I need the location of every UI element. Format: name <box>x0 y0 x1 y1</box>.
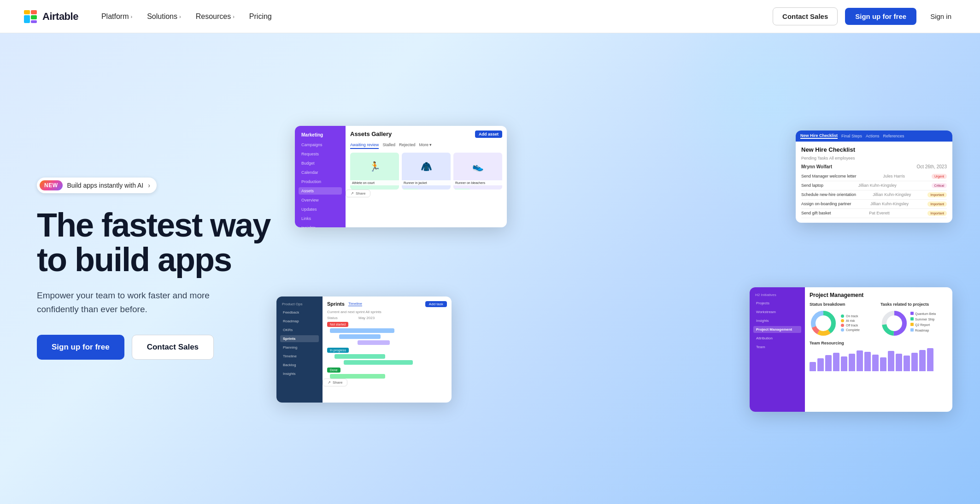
svg-rect-4 <box>31 15 37 19</box>
badge-important-3: Important <box>927 192 947 197</box>
pm-project-mgmt[interactable]: Project Management <box>753 326 801 333</box>
sidebar-updates[interactable]: Updates <box>299 206 342 213</box>
gallery-img-3: 👟 <box>453 153 502 180</box>
sidebar-requests[interactable]: Requests <box>299 150 342 158</box>
gallery-tab-awaiting[interactable]: Awaiting review <box>350 142 379 149</box>
sprints-sprints[interactable]: Sprints <box>280 335 319 342</box>
onboarding-title: New Hire Checklist <box>801 146 947 153</box>
nav-resources[interactable]: Resources › <box>189 9 241 24</box>
legend-at-risk: At risk <box>841 319 860 322</box>
sprints-share-button[interactable]: ↗ Share <box>323 379 347 386</box>
sprints-main: Sprints Timeline Add task Current and ne… <box>323 296 452 403</box>
sidebar-links[interactable]: Links <box>299 215 342 222</box>
signup-hero-button[interactable]: Sign up for free <box>37 335 124 360</box>
sprints-roadmap[interactable]: Roadmap <box>280 318 319 325</box>
bar-14 <box>911 353 918 371</box>
legend-complete: Complete <box>841 328 860 332</box>
nav-solutions[interactable]: Solutions › <box>141 9 188 24</box>
signup-nav-button[interactable]: Sign up for free <box>845 8 916 25</box>
nav-platform[interactable]: Platform › <box>95 9 139 24</box>
pm-team[interactable]: Team <box>753 344 801 350</box>
sprints-not-started: Not started <box>327 322 447 345</box>
tab-new-hire[interactable]: New Hire Checklist <box>800 133 838 139</box>
gallery-share-button[interactable]: ↗ Share <box>346 190 370 197</box>
svg-rect-2 <box>31 10 37 14</box>
onboarding-person: Mrynn Wolfart Oct 26th, 2023 <box>801 164 947 169</box>
logo-text: Airtable <box>42 11 78 23</box>
sidebar-overview[interactable]: Overview <box>299 196 342 204</box>
gallery-add-button[interactable]: Add asset <box>475 130 502 138</box>
svg-rect-5 <box>31 20 37 23</box>
resources-chevron: › <box>233 14 235 19</box>
gallery-main: Assets Gallery Add asset Awaiting review… <box>346 126 507 227</box>
dot-at-risk <box>841 319 844 322</box>
gallery-label-2: Runner in jacket <box>402 180 451 185</box>
tab-actions[interactable]: Actions <box>866 134 880 138</box>
bar-10 <box>880 357 886 371</box>
logo[interactable]: Airtable <box>22 8 78 25</box>
sprints-feedback[interactable]: Feedback <box>280 309 319 316</box>
gallery-tab-rejected[interactable]: Rejected <box>399 142 416 149</box>
bar-8 <box>864 352 871 371</box>
sprints-insights[interactable]: Insights <box>280 370 319 377</box>
new-badge[interactable]: NEW Build apps instantly with AI › <box>37 178 157 193</box>
onboarding-row-2: Send laptop Jillian Kuhn-Kingsley Critic… <box>801 181 947 190</box>
pm-resourcing-title: Team Resourcing <box>810 341 948 345</box>
resourcing-bars <box>810 348 948 371</box>
sidebar-campaigns[interactable]: Campaigns <box>299 141 342 148</box>
svg-rect-18 <box>910 323 914 326</box>
hero-title: The fastest way to build apps <box>37 208 276 278</box>
pm-title: Project Management <box>810 292 948 298</box>
pm-workstream[interactable]: Workstream <box>753 308 801 315</box>
hero-section: NEW Build apps instantly with AI › The f… <box>0 33 980 504</box>
bar-13 <box>904 356 910 371</box>
contact-sales-nav-button[interactable]: Contact Sales <box>773 7 838 25</box>
sprints-add-button[interactable]: Add task <box>425 301 447 307</box>
nav-pricing[interactable]: Pricing <box>243 9 278 24</box>
sidebar-budget[interactable]: Budget <box>299 160 342 167</box>
legend-on-track: On track <box>841 314 860 318</box>
sprint-bar-3 <box>358 340 390 345</box>
sprints-backlog[interactable]: Backlog <box>280 362 319 368</box>
onboarding-row-1: Send Manager welcome letter Jules Harris… <box>801 172 947 181</box>
sprints-tabs: Sprints Timeline <box>327 301 362 307</box>
sprints-in-progress: In progress <box>327 348 447 365</box>
sprints-sidebar-title: Product Ops <box>280 301 319 307</box>
sprints-done: Done <box>327 368 447 379</box>
donut-container: On track At risk Off track <box>810 309 877 337</box>
tab-final-steps[interactable]: Final Steps <box>841 134 862 138</box>
pm-insights[interactable]: Insights <box>753 317 801 324</box>
pm-status-title: Status breakdown <box>810 302 877 307</box>
onboarding-row-4: Assign on-boarding partner Jillian Kuhn-… <box>801 200 947 209</box>
sidebar-production[interactable]: Production <box>299 178 342 185</box>
pm-attribution[interactable]: Attribution <box>753 335 801 342</box>
dot-complete <box>841 328 844 332</box>
tab-references[interactable]: References <box>883 134 904 138</box>
share-icon: ↗ <box>351 191 354 196</box>
gallery-sidebar-title: Marketing <box>299 130 342 139</box>
sprints-timeline[interactable]: Timeline <box>280 353 319 360</box>
hero-screenshots: Marketing Campaigns Requests Budget Cale… <box>276 126 943 412</box>
signin-button[interactable]: Sign in <box>924 8 958 25</box>
hero-ctas: Sign up for free Contact Sales <box>37 335 276 360</box>
svg-rect-3 <box>24 15 30 23</box>
sprints-tab-timeline[interactable]: Timeline <box>348 302 362 306</box>
dot-off-track <box>841 324 844 327</box>
gallery-tab-stalled[interactable]: Stalled <box>382 142 395 149</box>
sprints-okrs[interactable]: OKRs <box>280 326 319 333</box>
gallery-tab-more[interactable]: More ▾ <box>419 142 432 149</box>
nav-links: Platform › Solutions › Resources › Prici… <box>95 9 278 24</box>
contact-hero-button[interactable]: Contact Sales <box>132 335 214 360</box>
svg-text:Quantum Beta: Quantum Beta <box>915 312 936 316</box>
dot-on-track <box>841 314 844 318</box>
sprints-planning[interactable]: Planning <box>280 344 319 351</box>
sidebar-assets[interactable]: Assets <box>299 187 342 195</box>
sidebar-calendar[interactable]: Calendar <box>299 169 342 176</box>
sidebar-insights[interactable]: Insights <box>299 224 342 227</box>
gallery-grid: 🏃 Athlete on court Lifestyle 🧥 Runner in… <box>350 153 502 190</box>
tasks-donut: Quantum Beta Summer Ship Q2 Report Roadm… <box>880 309 936 337</box>
solutions-chevron: › <box>179 14 181 19</box>
hero-content: NEW Build apps instantly with AI › The f… <box>37 178 276 360</box>
gallery-tabs: Awaiting review Stalled Rejected More ▾ <box>350 142 502 149</box>
pm-projects[interactable]: Projects <box>753 300 801 307</box>
